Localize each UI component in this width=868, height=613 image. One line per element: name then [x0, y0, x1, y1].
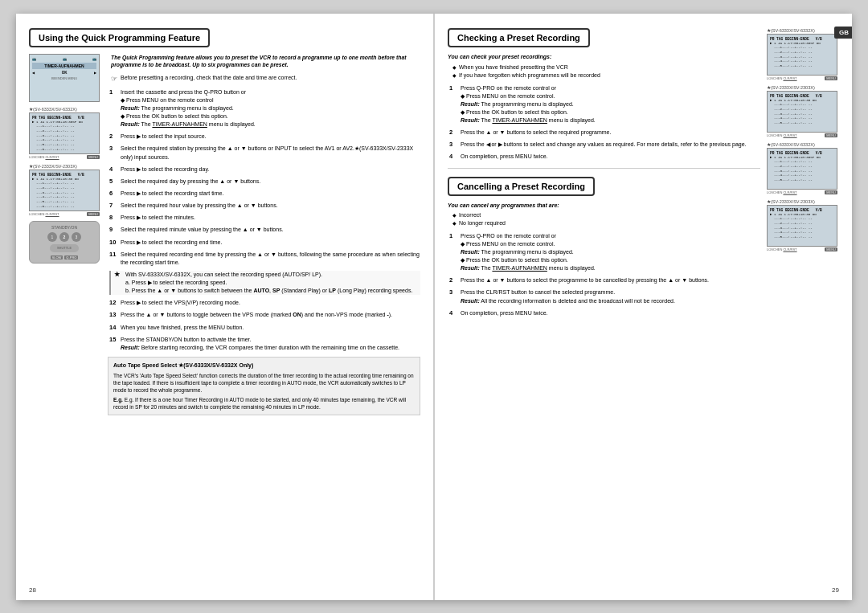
note-icon: ☞: [111, 75, 117, 83]
step-2: 2 Press ▶ to select the input source.: [109, 133, 420, 141]
step-15: 15 Press the STANDBY/ON button to activa…: [109, 336, 420, 352]
cancel-intro: You can cancel any programmes that are:: [448, 202, 760, 208]
step-1: 1 Insert the cassette and press the Q-PR…: [109, 88, 420, 129]
step-11: 11 Select the required recording end tim…: [109, 251, 420, 267]
check-step-1: 1 Press Q-PRO on the remote control or ◆…: [449, 84, 760, 125]
left-page-number: 28: [29, 586, 36, 594]
check-condition-2: If you have forgotten which programmes w…: [452, 72, 760, 80]
checking-section: Checking a Preset Recording You can chec…: [448, 28, 760, 161]
cancel-steps: 1 Press Q-PRO on the remote control or ◆…: [448, 232, 760, 317]
note-text: Before presetting a recording, check tha…: [121, 74, 297, 82]
intro-text: The Quick Programming feature allows you…: [108, 54, 420, 69]
check-vcr-2303x: ★(SV-2333X/SV-2303X) PR TAG BEGINN-ENDE …: [767, 85, 837, 137]
cancel-step-4: 4 On completion, press MENU twice.: [449, 309, 760, 317]
auto-tape-note: Auto Tape Speed Select ★(SV-6333X/SV-633…: [108, 357, 420, 415]
vcr-timer-display: 📺 📺 📺 TIMER-AUFNAHMEN ◀ OK ▶ BEENDEN MEN…: [29, 54, 100, 102]
step-13: 13 Press the ▲ or ▼ buttons to toggle be…: [109, 311, 420, 319]
step-star: ★ With SV-6333X/SV-6332X, you can select…: [109, 271, 420, 295]
left-page: Using the Quick Programming Feature 📺 📺 …: [16, 14, 434, 600]
steps-list: 1 Insert the cassette and press the Q-PR…: [108, 88, 420, 353]
step-3: 3 Select the required station by pressin…: [109, 145, 420, 161]
check-step-3: 3 Press the ◀ or ▶ buttons to select and…: [449, 141, 760, 149]
step-9: 9 Select the required minute value by pr…: [109, 226, 420, 234]
step-14: 14 When you have finished, press the MEN…: [109, 324, 420, 332]
right-page: GB Checking a Preset Recording You can c…: [434, 14, 852, 600]
check-section-title: Checking a Preset Recording: [448, 28, 590, 47]
cancel-step-1: 1 Press Q-PRO on the remote control or ◆…: [449, 232, 760, 273]
cancel-section: Cancelling a Preset Recording You can ca…: [448, 177, 760, 317]
check-vcr-6332x: ★(SV-6333X/SV-6332X) PR TAG BEGINN-ENDE …: [767, 28, 837, 80]
step-10: 10 Press ▶ to select the recording end t…: [109, 239, 420, 247]
cancel-vcr-6332x: ★(SV-6333X/SV-6332X) PR TAG BEGINN-ENDE …: [767, 142, 837, 194]
left-section-title: Using the Quick Programming Feature: [29, 28, 210, 47]
cancel-step-3: 3 Press the CLR/RST button to cancel the…: [449, 288, 760, 304]
cancel-section-title: Cancelling a Preset Recording: [448, 177, 595, 196]
check-conditions: When you have finished presetting the VC…: [448, 63, 760, 80]
step-4: 4 Press ▶ to select the recording day.: [109, 166, 420, 174]
check-step-4: 4 On completion, press MENU twice.: [449, 153, 760, 161]
vcr-screen-6332x: ★(SV-6333X/SV-6332X) PR TAG BEGINN-ENDE …: [29, 107, 100, 159]
vcr-screen-2303x: ★(SV-2333X/SV-2303X) PR TAG BEGINN-ENDE …: [29, 164, 100, 216]
right-page-number: 29: [832, 586, 839, 594]
note-block: ☞ Before presetting a recording, check t…: [108, 74, 420, 83]
gb-badge: GB: [834, 27, 852, 39]
cancel-step-2: 2 Press the ▲ or ▼ buttons to select the…: [449, 276, 760, 284]
cancel-condition-2: No longer required: [452, 219, 760, 228]
remote-control-image: STANDBY/ON 1 2 3 SHUTTLE SLOW Q-PRO: [29, 221, 100, 264]
check-intro: You can check your preset recordings:: [448, 54, 760, 59]
cancel-vcr-2303x: ★(SV-2333X/SV-2303X) PR TAG BEGINN-ENDE …: [767, 199, 837, 251]
check-steps: 1 Press Q-PRO on the remote control or ◆…: [448, 84, 760, 161]
check-condition-1: When you have finished presetting the VC…: [452, 63, 760, 72]
step-7: 7 Select the required hour value by pres…: [109, 202, 420, 210]
step-12: 12 Press ▶ to select the VPS(V/P) record…: [109, 299, 420, 307]
step-5: 5 Select the required day by pressing th…: [109, 178, 420, 186]
check-step-2: 2 Press the ▲ or ▼ buttons to select the…: [449, 129, 760, 137]
cancel-conditions: Incorrect No longer required: [448, 211, 760, 228]
step-6: 6 Press ▶ to select the recording start …: [109, 190, 420, 198]
cancel-condition-1: Incorrect: [452, 211, 760, 220]
step-8: 8 Press ▶ to select the minutes.: [109, 214, 420, 222]
